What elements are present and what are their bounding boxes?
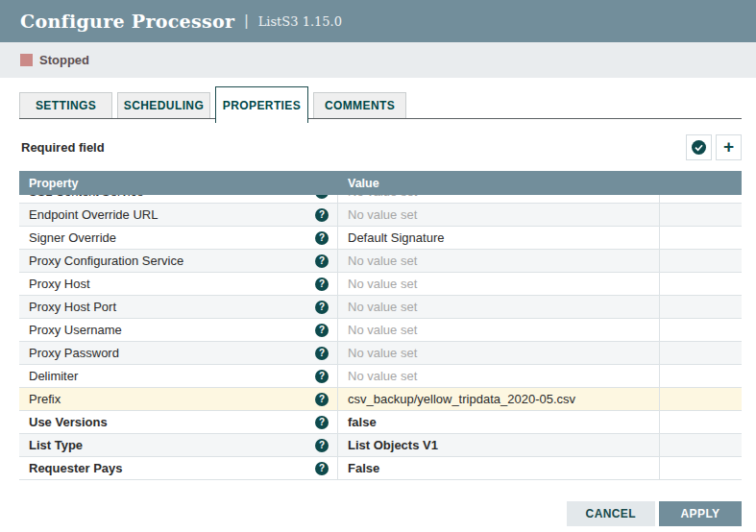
dialog-header: Configure Processor | ListS3 1.15.0 bbox=[0, 0, 756, 42]
property-value: csv_backup/yellow_tripdata_2020-05.csv bbox=[348, 392, 575, 406]
property-value: False bbox=[348, 461, 379, 475]
column-header-value: Value bbox=[338, 177, 742, 190]
property-row[interactable]: Delimiter ? No value set bbox=[19, 365, 742, 388]
property-table: Property Value SSL Context Service ? No … bbox=[19, 171, 742, 480]
status-bar: Stopped bbox=[0, 42, 756, 78]
property-name-cell: SSL Context Service ? bbox=[19, 195, 338, 203]
dialog-tabs: SETTINGS SCHEDULING PROPERTIES COMMENTS bbox=[19, 86, 742, 119]
dialog-footer: CANCEL APPLY bbox=[567, 501, 742, 526]
property-value-cell[interactable]: Default Signature bbox=[338, 227, 660, 249]
row-actions-cell bbox=[660, 388, 742, 410]
tab[interactable]: SCHEDULING bbox=[117, 92, 210, 118]
property-value-cell[interactable]: No value set bbox=[338, 319, 660, 341]
property-value: No value set bbox=[348, 369, 417, 383]
property-name: Requester Pays bbox=[29, 461, 123, 475]
toolbar-buttons: + bbox=[686, 134, 742, 160]
tab[interactable]: PROPERTIES bbox=[215, 86, 308, 123]
property-name: Delimiter bbox=[29, 369, 78, 383]
row-actions-cell bbox=[660, 411, 742, 433]
tab[interactable]: SETTINGS bbox=[19, 92, 112, 118]
property-name-cell: Proxy Configuration Service ? bbox=[19, 250, 338, 272]
property-value: false bbox=[348, 415, 377, 429]
dialog-title: Configure Processor bbox=[20, 11, 234, 32]
property-name-cell: Delimiter ? bbox=[19, 365, 338, 387]
tab-label: SETTINGS bbox=[36, 99, 96, 112]
property-name-cell: Endpoint Override URL ? bbox=[19, 204, 338, 226]
property-row[interactable]: List Type ? List Objects V1 bbox=[19, 434, 742, 457]
apply-button[interactable]: APPLY bbox=[659, 501, 742, 526]
property-row[interactable]: Endpoint Override URL ? No value set bbox=[19, 204, 742, 227]
property-value: No value set bbox=[348, 300, 417, 314]
cancel-button[interactable]: CANCEL bbox=[567, 501, 655, 526]
tab-label: SCHEDULING bbox=[124, 99, 204, 112]
add-property-button[interactable]: + bbox=[716, 134, 742, 160]
table-header: Property Value bbox=[19, 171, 742, 195]
property-row[interactable]: Requester Pays ? False bbox=[19, 457, 742, 480]
property-row[interactable]: Proxy Password ? No value set bbox=[19, 342, 742, 365]
property-name-cell: Signer Override ? bbox=[19, 227, 338, 249]
property-name: Proxy Password bbox=[29, 346, 119, 360]
property-name-cell: Proxy Username ? bbox=[19, 319, 338, 341]
title-separator: | bbox=[244, 12, 248, 31]
property-row[interactable]: Proxy Host Port ? No value set bbox=[19, 296, 742, 319]
help-icon[interactable]: ? bbox=[315, 347, 329, 360]
property-name-cell: Requester Pays ? bbox=[19, 457, 338, 479]
property-row[interactable]: Prefix ? csv_backup/yellow_tripdata_2020… bbox=[19, 388, 742, 411]
check-circle-icon bbox=[691, 139, 707, 156]
help-icon[interactable]: ? bbox=[315, 278, 329, 291]
property-value-cell[interactable]: List Objects V1 bbox=[338, 434, 660, 456]
property-value-cell[interactable]: csv_backup/yellow_tripdata_2020-05.csv bbox=[338, 388, 660, 410]
property-value-cell[interactable]: false bbox=[338, 411, 660, 433]
property-value-cell[interactable]: No value set bbox=[338, 204, 660, 226]
help-icon[interactable]: ? bbox=[315, 195, 329, 199]
help-icon[interactable]: ? bbox=[315, 462, 329, 475]
property-name: List Type bbox=[29, 438, 83, 452]
property-row[interactable]: SSL Context Service ? No value set bbox=[19, 195, 742, 204]
property-value: No value set bbox=[348, 323, 417, 337]
properties-toolbar: Required field + bbox=[21, 134, 742, 160]
property-value-cell[interactable]: No value set bbox=[338, 365, 660, 387]
row-actions-cell bbox=[660, 434, 742, 456]
column-header-property: Property bbox=[19, 177, 338, 190]
help-icon[interactable]: ? bbox=[315, 370, 329, 383]
property-value-cell[interactable]: No value set bbox=[338, 342, 660, 364]
row-actions-cell bbox=[660, 273, 742, 295]
property-name: Proxy Configuration Service bbox=[29, 254, 183, 268]
property-row[interactable]: Proxy Username ? No value set bbox=[19, 319, 742, 342]
property-value-cell[interactable]: No value set bbox=[338, 296, 660, 318]
help-icon[interactable]: ? bbox=[315, 254, 329, 268]
property-value: No value set bbox=[348, 195, 417, 199]
property-row[interactable]: Proxy Configuration Service ? No value s… bbox=[19, 250, 742, 273]
property-value-cell[interactable]: False bbox=[338, 457, 660, 479]
property-value: Default Signature bbox=[348, 230, 444, 245]
verify-properties-button[interactable] bbox=[686, 134, 712, 160]
property-name-cell: List Type ? bbox=[19, 434, 338, 456]
property-row[interactable]: Signer Override ? Default Signature bbox=[19, 227, 742, 250]
tab[interactable]: COMMENTS bbox=[313, 92, 406, 118]
row-actions-cell bbox=[660, 204, 742, 226]
help-icon[interactable]: ? bbox=[315, 324, 329, 337]
property-name: SSL Context Service bbox=[29, 195, 143, 199]
status-label: Stopped bbox=[39, 53, 89, 67]
property-name: Use Versions bbox=[29, 415, 108, 429]
help-icon[interactable]: ? bbox=[315, 416, 329, 429]
property-name: Proxy Host Port bbox=[29, 300, 116, 314]
help-icon[interactable]: ? bbox=[315, 231, 329, 245]
help-icon[interactable]: ? bbox=[315, 301, 329, 314]
help-icon[interactable]: ? bbox=[315, 439, 329, 452]
property-value-cell[interactable]: No value set bbox=[338, 250, 660, 272]
row-actions-cell bbox=[660, 319, 742, 341]
stopped-status-icon bbox=[20, 54, 33, 66]
help-icon[interactable]: ? bbox=[315, 208, 329, 222]
tab-label: PROPERTIES bbox=[223, 99, 301, 112]
help-icon[interactable]: ? bbox=[315, 393, 329, 406]
row-actions-cell bbox=[660, 195, 742, 203]
property-row[interactable]: Proxy Host ? No value set bbox=[19, 273, 742, 296]
row-actions-cell bbox=[660, 342, 742, 364]
property-value-cell[interactable]: No value set bbox=[338, 273, 660, 295]
property-value-cell[interactable]: No value set bbox=[338, 195, 660, 203]
property-value: No value set bbox=[348, 277, 417, 291]
property-row[interactable]: Use Versions ? false bbox=[19, 411, 742, 434]
property-name-cell: Proxy Password ? bbox=[19, 342, 338, 364]
property-value: No value set bbox=[348, 207, 417, 222]
